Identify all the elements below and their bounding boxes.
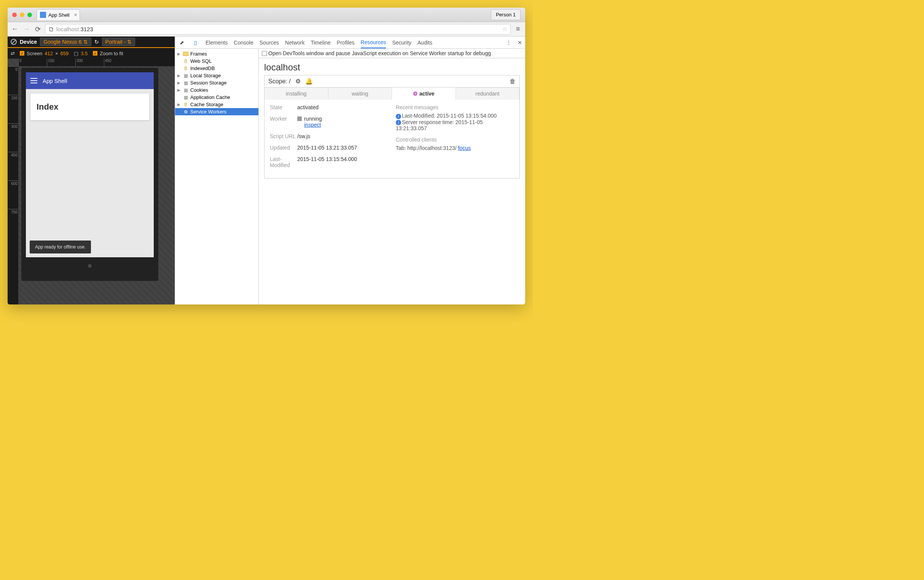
- storage-icon: ▦: [183, 73, 189, 78]
- offline-toast: App ready for offline use.: [30, 241, 91, 254]
- tree-item-indexeddb[interactable]: 🛢IndexedDB: [175, 65, 259, 72]
- device-mode-panel: Device Google Nexus 6 ⇅ ↻ Portrait - ⇅ ⇄…: [8, 36, 175, 305]
- hamburger-menu-icon[interactable]: [30, 80, 37, 81]
- zoom-label: Zoom to fit: [100, 51, 123, 56]
- ruler-horizontal: 0150300450: [18, 59, 175, 66]
- orientation-select[interactable]: Portrait - ⇅: [102, 38, 135, 46]
- zoom-checkbox[interactable]: ✓: [93, 51, 97, 56]
- tree-item-local-storage[interactable]: ▶▦Local Storage: [175, 72, 259, 79]
- device-frame: App Shell Index App ready for offline us…: [21, 68, 158, 281]
- minimize-window-icon[interactable]: [20, 13, 24, 17]
- device-screen[interactable]: App Shell Index App ready for offline us…: [26, 72, 154, 257]
- devtools-tabbar: ⬈ ▯ Elements Console Sources Network Tim…: [175, 36, 525, 49]
- device-select[interactable]: Google Nexus 6 ⇅: [40, 38, 91, 46]
- updated-label: Updated: [270, 145, 297, 151]
- folder-icon: [183, 51, 189, 57]
- tab-network[interactable]: Network: [285, 40, 305, 46]
- tab-audits[interactable]: Audits: [417, 40, 432, 46]
- tab-timeline[interactable]: Timeline: [311, 40, 330, 46]
- screen-height[interactable]: 659: [61, 51, 69, 56]
- tab-security[interactable]: Security: [392, 40, 412, 46]
- tab-sources[interactable]: Sources: [260, 40, 279, 46]
- forward-button[interactable]: →: [22, 25, 30, 33]
- sw-startup-bar: Open DevTools window and pause JavaScrip…: [259, 49, 525, 58]
- sw-left-col: Stateactivated Workerrunninginspect Scri…: [270, 104, 388, 173]
- device-toolbar-row2: ⇄ ✓ Screen 412 × 659 ▢ 3.5 ✓ Zoom to fit: [8, 48, 175, 59]
- devtools-close-icon[interactable]: ✕: [517, 40, 522, 46]
- worker-inspect-link[interactable]: inspect: [304, 122, 321, 128]
- back-button[interactable]: ←: [11, 25, 19, 33]
- tab-profiles[interactable]: Profiles: [337, 40, 355, 46]
- recent-messages-hdr: Recent messages: [396, 104, 514, 110]
- tree-item-label: Session Storage: [190, 80, 226, 86]
- inspect-element-icon[interactable]: ⬈: [178, 40, 186, 46]
- bookmark-star-icon[interactable]: ☆: [502, 26, 507, 33]
- tab-close-icon[interactable]: ×: [74, 12, 77, 18]
- window-titlebar: App Shell × Person 1: [8, 8, 525, 22]
- close-window-icon[interactable]: [12, 13, 17, 17]
- storage-icon: ▦: [183, 80, 189, 86]
- browser-menu-icon[interactable]: ≡: [514, 25, 522, 33]
- scope-bell-icon[interactable]: 🔔: [305, 77, 313, 85]
- worker-status: running: [304, 116, 322, 122]
- scope-label: Scope: /: [268, 78, 291, 85]
- app-title: App Shell: [43, 77, 67, 84]
- info-icon: i: [396, 120, 401, 125]
- sw-tab-redundant[interactable]: redundant: [456, 87, 520, 100]
- tab-console[interactable]: Console: [234, 40, 253, 46]
- tree-item-label: Cookies: [190, 87, 208, 93]
- scope-bar: Scope: / ⚙︎ 🔔 🗑: [265, 75, 519, 87]
- screen-label: Screen: [26, 51, 42, 56]
- toggle-device-mode-icon[interactable]: ▯: [192, 40, 199, 46]
- client-focus-link[interactable]: focus: [458, 145, 470, 151]
- tree-item-web-sql[interactable]: 🛢Web SQL: [175, 58, 259, 65]
- script-url-label: Script URL: [270, 133, 297, 139]
- reload-button[interactable]: ⟳: [33, 25, 42, 33]
- device-refresh-icon[interactable]: ↻: [94, 39, 99, 45]
- database-icon: 🛢: [183, 102, 189, 107]
- screen-checkbox[interactable]: ✓: [20, 51, 24, 56]
- profile-button[interactable]: Person 1: [491, 9, 520, 20]
- chevron-updown-icon: ⇅: [127, 39, 132, 45]
- browser-window: App Shell × Person 1 ← → ⟳ 🗋 localhost:3…: [8, 8, 525, 305]
- info-icon: i: [396, 114, 401, 119]
- page-protocol-icon: 🗋: [48, 26, 54, 32]
- screen-width[interactable]: 412: [44, 51, 53, 56]
- devtools-more-icon[interactable]: ⋮: [506, 40, 511, 46]
- tree-item-label: Application Cache: [190, 94, 230, 100]
- tree-item-cache-storage[interactable]: ▶🛢Cache Storage: [175, 101, 259, 108]
- scope-delete-icon[interactable]: 🗑: [510, 78, 516, 85]
- tab-elements[interactable]: Elements: [206, 40, 227, 46]
- browser-tab[interactable]: App Shell ×: [36, 9, 80, 20]
- tree-item-cookies[interactable]: ▶▦Cookies: [175, 86, 259, 94]
- disable-emulation-icon[interactable]: [11, 39, 17, 45]
- pause-on-sw-checkbox[interactable]: [262, 51, 267, 56]
- recent-msg-1: iLast-Modified: 2015-11-05 13:15:54.000: [396, 113, 514, 119]
- maximize-window-icon[interactable]: [27, 13, 32, 17]
- page-favicon-icon: [40, 12, 46, 18]
- address-bar[interactable]: 🗋 localhost:3123 ☆: [45, 24, 511, 35]
- network-throttle-icon[interactable]: ⇄: [11, 51, 18, 56]
- sw-tab-active[interactable]: ⚙︎active: [392, 87, 456, 100]
- screen-x: ×: [55, 51, 58, 56]
- tree-arrow-icon: ▶: [177, 88, 181, 92]
- scope-gear-icon[interactable]: ⚙︎: [295, 77, 301, 85]
- tree-item-application-cache[interactable]: ▦Application Cache: [175, 94, 259, 101]
- gear-icon: ⚙︎: [183, 109, 189, 115]
- tree-arrow-icon: ▶: [177, 102, 181, 107]
- last-modified-value: 2015-11-05 13:15:54.000: [297, 156, 388, 168]
- tab-resources[interactable]: Resources: [361, 39, 386, 48]
- tree-item-service-workers[interactable]: ⚙︎Service Workers: [175, 108, 259, 115]
- worker-stop-icon[interactable]: [297, 117, 302, 121]
- device-softkeys: ≡: [26, 260, 154, 272]
- devtools-panel: ⬈ ▯ Elements Console Sources Network Tim…: [175, 36, 525, 305]
- detail-host: localhost: [259, 58, 525, 75]
- sw-state-tabs: installing waiting ⚙︎active redundant: [265, 87, 519, 100]
- tree-item-session-storage[interactable]: ▶▦Session Storage: [175, 79, 259, 86]
- dpr-value[interactable]: 3.5: [81, 51, 87, 56]
- tree-item-frames[interactable]: ▶Frames: [175, 50, 259, 58]
- index-card: Index: [30, 94, 149, 120]
- dpr-icon: ▢: [74, 51, 78, 56]
- sw-tab-waiting[interactable]: waiting: [328, 87, 392, 100]
- sw-tab-installing[interactable]: installing: [265, 87, 328, 100]
